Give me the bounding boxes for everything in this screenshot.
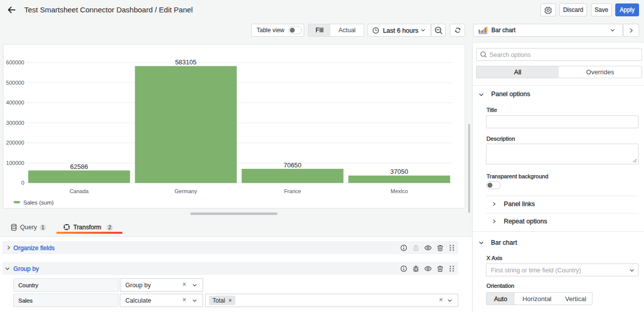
svg-text:Germany: Germany (174, 188, 197, 194)
svg-text:0: 0 (21, 180, 24, 186)
svg-text:200000: 200000 (6, 140, 24, 146)
svg-text:Sales (sum): Sales (sum) (23, 200, 54, 206)
svg-text:400000: 400000 (6, 100, 24, 105)
svg-text:70650: 70650 (283, 161, 301, 169)
svg-text:Mexico: Mexico (390, 188, 408, 194)
svg-text:Canada: Canada (69, 188, 89, 194)
svg-text:62586: 62586 (70, 163, 88, 170)
svg-text:600000: 600000 (6, 59, 24, 65)
svg-text:France: France (284, 188, 301, 194)
svg-text:583105: 583105 (175, 58, 196, 66)
svg-text:100000: 100000 (6, 160, 24, 166)
svg-text:300000: 300000 (6, 120, 24, 126)
svg-text:37050: 37050 (390, 168, 408, 175)
svg-text:500000: 500000 (6, 80, 24, 86)
